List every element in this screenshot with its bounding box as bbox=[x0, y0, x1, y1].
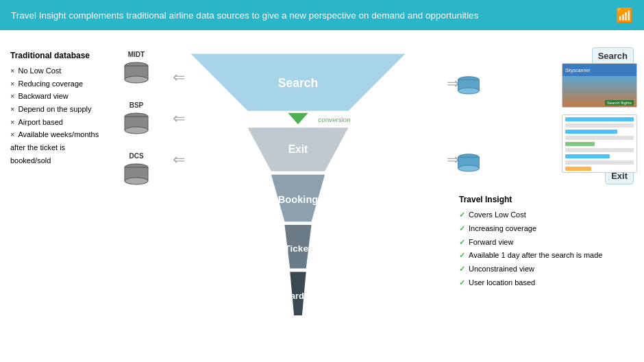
header-title: Travel Insight complements traditional a… bbox=[11, 10, 478, 21]
svg-text:conversion: conversion bbox=[318, 116, 350, 123]
list-item: Increasing coverage bbox=[459, 222, 637, 236]
list-item: Available weeks/months after the ticket … bbox=[10, 128, 99, 167]
travel-insight-section: Travel Insight Covers Low Cost Increasin… bbox=[459, 195, 637, 290]
exit-thumbnail bbox=[562, 114, 637, 173]
right-cylinder-search bbox=[456, 75, 482, 101]
main-content: Traditional database No Low Cost Reducin… bbox=[0, 30, 644, 362]
search-box-label: Search bbox=[598, 51, 628, 61]
svg-marker-11 bbox=[288, 113, 308, 125]
trad-db-title: Traditional database bbox=[10, 51, 99, 60]
trad-db-list: No Low Cost Reducing coverage Backward v… bbox=[10, 64, 99, 167]
db-bsp-label: BSP bbox=[129, 101, 144, 109]
list-item: No Low Cost bbox=[10, 64, 99, 77]
search-thumbnail: Skyscanner Search flights bbox=[562, 63, 637, 108]
svg-point-23 bbox=[458, 88, 480, 94]
list-item: Covers Low Cost bbox=[459, 208, 637, 222]
svg-text:Exit: Exit bbox=[288, 143, 308, 155]
funnel: Search conversion Exit Booking Ticket Bo… bbox=[175, 40, 421, 359]
svg-point-26 bbox=[458, 165, 480, 171]
list-item: Depend on the supply bbox=[10, 103, 99, 116]
travel-insight-title: Travel Insight bbox=[459, 195, 637, 204]
db-midt-label: MIDT bbox=[128, 51, 145, 58]
list-item: Airport based bbox=[10, 116, 99, 129]
svg-text:Booking: Booking bbox=[278, 194, 319, 205]
right-panel: Search Skyscanner Search flights Exit bbox=[452, 37, 637, 359]
wifi-icon: 📶 bbox=[616, 7, 633, 23]
list-item: Available 1 day after the search is made bbox=[459, 249, 637, 263]
svg-text:Boarding: Boarding bbox=[279, 291, 317, 301]
travel-insight-list: Covers Low Cost Increasing coverage Forw… bbox=[459, 208, 637, 290]
header: Travel Insight complements traditional a… bbox=[0, 0, 644, 30]
svg-text:Search: Search bbox=[278, 76, 319, 90]
list-item: Backward view bbox=[10, 90, 99, 103]
list-item: User location based bbox=[459, 276, 637, 290]
svg-text:Ticket: Ticket bbox=[284, 243, 312, 254]
left-panel: Traditional database No Low Cost Reducin… bbox=[7, 37, 144, 359]
list-item: Forward view bbox=[459, 236, 637, 250]
list-item: Reducing coverage bbox=[10, 77, 99, 90]
list-item: Unconstrained view bbox=[459, 263, 637, 276]
right-cylinder-exit bbox=[456, 152, 482, 178]
center-funnel-area: Search conversion Exit Booking Ticket Bo… bbox=[144, 37, 452, 359]
search-box: Search bbox=[592, 47, 634, 64]
funnel-svg: Search conversion Exit Booking Ticket Bo… bbox=[175, 40, 421, 349]
db-dcs-label: DCS bbox=[129, 152, 143, 160]
